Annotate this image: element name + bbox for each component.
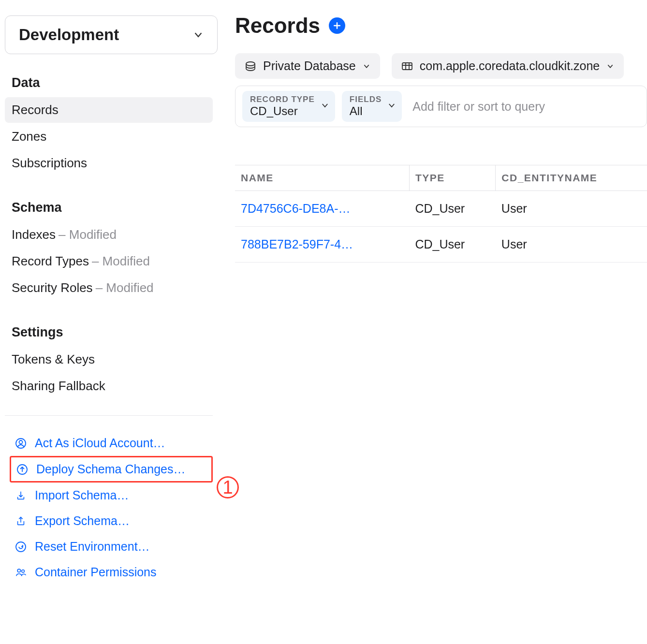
col-name[interactable]: NAME xyxy=(235,165,409,191)
sidebar-item-indexes[interactable]: Indexes – Modified xyxy=(5,222,213,248)
data-section-title: Data xyxy=(5,68,213,97)
modified-suffix: – Modified xyxy=(92,254,150,269)
modified-suffix: – Modified xyxy=(59,227,117,242)
sidebar-item-label: Security Roles xyxy=(12,280,93,295)
schema-section-title: Schema xyxy=(5,192,213,222)
svg-point-6 xyxy=(246,62,255,66)
zone-selector[interactable]: com.apple.coredata.cloudkit.zone xyxy=(392,53,624,79)
sidebar-item-security-roles[interactable]: Security Roles – Modified xyxy=(5,275,213,301)
record-type-value: CD_User xyxy=(250,104,315,118)
environment-label: Development xyxy=(19,26,119,44)
sidebar-item-label: Sharing Fallback xyxy=(12,379,105,394)
database-label: Private Database xyxy=(263,59,356,73)
sidebar-item-zones[interactable]: Zones xyxy=(5,124,213,149)
svg-rect-7 xyxy=(402,63,412,70)
record-type-caption: RECORD TYPE xyxy=(250,95,315,104)
records-table: NAME TYPE CD_ENTITYNAME 7D4756C6-DE8A-… … xyxy=(235,165,647,263)
sidebar-item-label: Record Types xyxy=(12,254,89,269)
record-type-cell: CD_User xyxy=(409,191,495,227)
database-selector[interactable]: Private Database xyxy=(235,53,380,79)
sidebar-item-record-types[interactable]: Record Types – Modified xyxy=(5,249,213,274)
upload-circle-icon xyxy=(16,463,29,476)
act-as-account-button[interactable]: Act As iCloud Account… xyxy=(10,430,213,456)
people-icon xyxy=(15,566,27,579)
sidebar-item-records[interactable]: Records xyxy=(5,97,213,123)
svg-point-3 xyxy=(16,542,26,552)
action-label: Reset Environment… xyxy=(35,540,150,554)
chevron-down-icon xyxy=(363,59,370,73)
divider xyxy=(5,415,213,416)
table-icon xyxy=(401,61,413,71)
action-label: Export Schema… xyxy=(35,514,130,528)
sidebar-item-label: Tokens & Keys xyxy=(12,352,95,367)
settings-section-title: Settings xyxy=(5,317,213,347)
action-label: Container Permissions xyxy=(35,565,157,579)
reset-circle-icon xyxy=(15,541,27,553)
action-label: Import Schema… xyxy=(35,488,129,502)
record-entity-cell: User xyxy=(496,227,647,263)
query-bar: RECORD TYPE CD_User FIELDS All Add filte… xyxy=(235,86,647,127)
user-circle-icon xyxy=(15,437,27,450)
svg-point-4 xyxy=(17,569,20,572)
record-name-link[interactable]: 788BE7B2-59F7-4… xyxy=(235,227,409,263)
page-title: Records xyxy=(235,14,320,38)
svg-point-1 xyxy=(19,440,23,444)
table-row[interactable]: 7D4756C6-DE8A-… CD_User User xyxy=(235,191,647,227)
action-label: Deploy Schema Changes… xyxy=(36,462,186,476)
chevron-down-icon xyxy=(387,101,396,112)
deploy-schema-button[interactable]: Deploy Schema Changes… xyxy=(10,456,213,483)
record-type-selector[interactable]: RECORD TYPE CD_User xyxy=(242,91,335,122)
table-row[interactable]: 788BE7B2-59F7-4… CD_User User xyxy=(235,227,647,263)
chevron-down-icon xyxy=(321,101,329,112)
database-icon xyxy=(245,61,256,71)
fields-value: All xyxy=(350,104,382,118)
sidebar-item-subscriptions[interactable]: Subscriptions xyxy=(5,150,213,176)
filter-input[interactable]: Add filter or sort to query xyxy=(409,100,545,114)
reset-environment-button[interactable]: Reset Environment… xyxy=(10,534,213,559)
zone-label: com.apple.coredata.cloudkit.zone xyxy=(420,59,600,73)
sidebar-item-label: Zones xyxy=(12,129,46,144)
modified-suffix: – Modified xyxy=(96,280,154,295)
annotation-callout-1: 1 xyxy=(217,476,239,498)
sidebar-item-tokens-keys[interactable]: Tokens & Keys xyxy=(5,347,213,372)
container-permissions-button[interactable]: Container Permissions xyxy=(10,559,213,585)
record-type-cell: CD_User xyxy=(409,227,495,263)
fields-selector[interactable]: FIELDS All xyxy=(342,91,402,122)
environment-selector[interactable]: Development xyxy=(5,15,218,54)
chevron-down-icon xyxy=(606,59,614,73)
col-entityname[interactable]: CD_ENTITYNAME xyxy=(496,165,647,191)
svg-point-5 xyxy=(22,570,25,572)
export-schema-button[interactable]: Export Schema… xyxy=(10,508,213,534)
record-name-link[interactable]: 7D4756C6-DE8A-… xyxy=(235,191,409,227)
fields-caption: FIELDS xyxy=(350,95,382,104)
sidebar-item-sharing-fallback[interactable]: Sharing Fallback xyxy=(5,373,213,399)
upload-tray-icon xyxy=(15,515,27,527)
col-type[interactable]: TYPE xyxy=(409,165,495,191)
sidebar-item-label: Indexes xyxy=(12,227,56,242)
sidebar-item-label: Subscriptions xyxy=(12,156,87,171)
action-label: Act As iCloud Account… xyxy=(35,436,165,450)
download-tray-icon xyxy=(15,489,27,502)
add-record-button[interactable] xyxy=(329,17,345,34)
sidebar-item-label: Records xyxy=(12,102,59,117)
import-schema-button[interactable]: Import Schema… xyxy=(10,483,213,508)
chevron-down-icon xyxy=(193,29,204,40)
record-entity-cell: User xyxy=(496,191,647,227)
